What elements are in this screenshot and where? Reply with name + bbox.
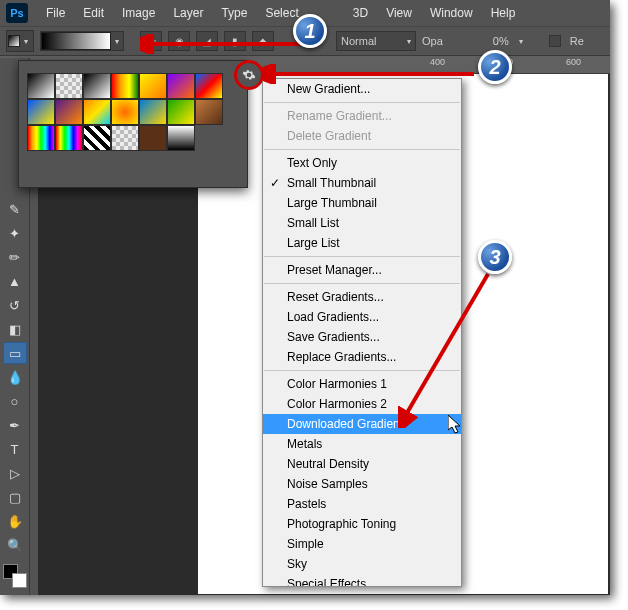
menu-edit[interactable]: Edit [75,3,112,23]
app-window: Ps File Edit Image Layer Type Select 3D … [0,0,610,595]
gear-icon[interactable] [234,60,264,90]
reverse-label: Re [570,35,584,47]
chevron-down-icon: ▾ [111,37,123,46]
menu-delete-gradient: Delete Gradient [263,126,461,146]
opacity-label: Opa [422,35,443,47]
menu-type[interactable]: Type [213,3,255,23]
pen-tool[interactable]: ✒ [3,414,27,436]
menu-neutral-density[interactable]: Neutral Density [263,454,461,474]
path-selection-tool[interactable]: ▷ [3,462,27,484]
history-brush-tool[interactable]: ↺ [3,294,27,316]
menu-text-only[interactable]: Text Only [263,153,461,173]
gradient-swatch[interactable] [83,125,111,151]
menu-pastels[interactable]: Pastels [263,494,461,514]
menu-layer[interactable]: Layer [165,3,211,23]
menu-simple[interactable]: Simple [263,534,461,554]
clone-stamp-tool[interactable]: ▲ [3,270,27,292]
gradient-swatch[interactable] [27,73,55,99]
annotation-arrow-3 [398,268,498,428]
annotation-arrow-1 [140,34,310,54]
gradient-swatch[interactable] [167,125,195,151]
annotation-arrow-2 [262,64,482,84]
foreground-background-colors[interactable] [3,564,27,588]
gradient-swatch[interactable] [111,99,139,125]
gradient-swatch[interactable] [83,99,111,125]
annotation-badge-2: 2 [478,50,512,84]
menu-special-effects[interactable]: Special Effects [263,574,461,586]
reverse-checkbox[interactable] [549,35,561,47]
gradient-swatch[interactable] [55,73,83,99]
gradient-swatch[interactable] [195,73,223,99]
menu-separator [264,149,460,150]
menu-large-thumbnail[interactable]: Large Thumbnail [263,193,461,213]
gradient-swatch[interactable] [139,125,167,151]
eyedropper-tool[interactable]: ✎ [3,198,27,220]
gradient-preview [41,32,111,50]
gradient-swatch[interactable] [55,99,83,125]
rectangle-tool[interactable]: ▢ [3,486,27,508]
gradient-swatch[interactable] [111,73,139,99]
dodge-tool[interactable]: ○ [3,390,27,412]
gradient-swatch[interactable] [83,73,111,99]
gradient-swatch[interactable] [167,99,195,125]
gradient-swatch[interactable] [55,125,83,151]
photoshop-logo: Ps [6,3,28,23]
menu-separator [264,102,460,103]
tool-preset-picker[interactable]: ▾ [6,30,34,52]
menu-file[interactable]: File [38,3,73,23]
gradient-swatch[interactable] [27,99,55,125]
type-tool[interactable]: T [3,438,27,460]
menu-metals[interactable]: Metals [263,434,461,454]
menu-photographic-toning[interactable]: Photographic Toning [263,514,461,534]
menu-image[interactable]: Image [114,3,163,23]
menu-small-list[interactable]: Small List [263,213,461,233]
eraser-tool[interactable]: ◧ [3,318,27,340]
gradient-tool[interactable]: ▭ [3,342,27,364]
gradient-picker-panel [18,60,248,188]
gradient-swatch[interactable] [139,73,167,99]
opacity-value-tail: 0% [493,35,509,47]
menu-help[interactable]: Help [483,3,524,23]
menu-separator [264,256,460,257]
menu-large-list[interactable]: Large List [263,233,461,253]
zoom-tool[interactable]: 🔍 [3,534,27,556]
ruler-tick: 600 [566,57,581,67]
menu-sky[interactable]: Sky [263,554,461,574]
gradient-swatch[interactable] [111,125,139,151]
menu-view[interactable]: View [378,3,420,23]
menu-small-thumbnail[interactable]: Small Thumbnail [263,173,461,193]
gradient-swatch[interactable] [195,99,223,125]
annotation-badge-3: 3 [478,240,512,274]
menu-noise-samples[interactable]: Noise Samples [263,474,461,494]
menu-3d[interactable]: 3D [345,3,376,23]
svg-line-2 [404,274,488,418]
gradient-preview-dropdown[interactable]: ▾ [40,31,124,51]
gradient-swatch-grid [27,73,239,151]
annotation-badge-1: 1 [293,14,327,48]
blend-mode-select[interactable]: Normal▾ [336,31,416,51]
menu-rename-gradient: Rename Gradient... [263,106,461,126]
blur-tool[interactable]: 💧 [3,366,27,388]
mouse-cursor-icon [448,415,464,435]
hand-tool[interactable]: ✋ [3,510,27,532]
gradient-swatch[interactable] [139,99,167,125]
menu-window[interactable]: Window [422,3,481,23]
gradient-swatch[interactable] [167,73,195,99]
healing-brush-tool[interactable]: ✦ [3,222,27,244]
gradient-swatch[interactable] [27,125,55,151]
blend-mode-label: Normal [341,35,376,47]
brush-tool[interactable]: ✏ [3,246,27,268]
